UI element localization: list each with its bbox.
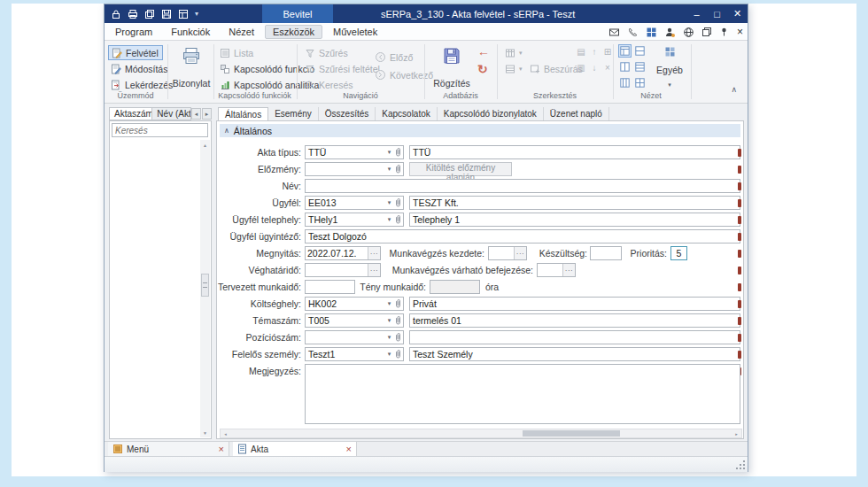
pozicioszam-combo[interactable]: ▾ xyxy=(305,330,404,344)
close-akta-tab-icon[interactable]: × xyxy=(346,444,352,454)
table-style2-button[interactable]: ▾ xyxy=(502,61,525,76)
ugyfel-name-input[interactable] xyxy=(409,196,740,210)
modositas-button[interactable]: Módosítás xyxy=(108,61,165,76)
scroll-up-icon[interactable]: ▲ xyxy=(200,140,210,150)
scroll-right-icon[interactable]: ▸ xyxy=(732,429,741,437)
move-down-icon[interactable]: ↓ xyxy=(588,61,601,74)
tab-scroll-right-icon[interactable]: ▸ xyxy=(202,108,212,120)
ugyfel-combo[interactable]: EE013 ▾ xyxy=(305,196,404,210)
h-scrollbar-thumb[interactable] xyxy=(523,430,620,437)
tab-esemeny[interactable]: Esemény xyxy=(268,107,319,120)
felelos-combo[interactable]: Teszt1 ▾ xyxy=(305,347,404,361)
view-layout1-button[interactable] xyxy=(618,44,632,58)
document-close-icon[interactable]: × xyxy=(737,26,743,38)
munkavegzes-kezdete-date-field[interactable]: ··· xyxy=(488,246,527,260)
mail-icon[interactable] xyxy=(608,27,620,38)
chevron-down-icon[interactable]: ▾ xyxy=(385,149,393,156)
copy-icon[interactable] xyxy=(144,9,155,19)
scroll-down-icon[interactable]: ▼ xyxy=(200,428,210,437)
layout-icon[interactable] xyxy=(178,9,189,19)
egyeb-button[interactable]: Egyéb ▾ xyxy=(654,44,686,90)
akta-tipus-combo[interactable]: TTÜ ▾ xyxy=(305,145,404,159)
szuresi-feltetel-button[interactable]: Szűrési feltétel xyxy=(302,61,383,76)
undo-arrow-icon[interactable]: ← xyxy=(477,44,490,58)
chevron-down-icon[interactable]: ▾ xyxy=(385,216,393,223)
tab-scroll-left-icon[interactable]: ◂ xyxy=(191,108,201,120)
veghatarido-date-field[interactable]: ··· xyxy=(305,263,381,277)
koltseghely-combo[interactable]: HK002 ▾ xyxy=(305,297,404,311)
section-header[interactable]: ∧ Általános xyxy=(220,124,740,137)
akta-list-panel[interactable]: ▲ ▼ xyxy=(109,120,212,439)
date-picker-button[interactable]: ··· xyxy=(368,264,380,276)
bizonylat-button[interactable]: Bizonylat xyxy=(171,44,212,90)
table-rows-icon[interactable]: ▤ xyxy=(575,45,587,58)
elozmeny-combo[interactable]: ▾ xyxy=(305,162,404,176)
menu-funkciok[interactable]: Funkciók xyxy=(163,25,218,39)
paperclip-icon[interactable] xyxy=(393,332,403,343)
felvetel-button[interactable]: Felvétel xyxy=(108,45,163,60)
user-icon[interactable] xyxy=(664,27,676,38)
akta-tipus-name-input[interactable] xyxy=(409,145,740,159)
lista-button[interactable]: Lista xyxy=(217,45,256,60)
tab-aktaszam[interactable]: Aktaszám xyxy=(109,107,152,120)
table-cols-icon[interactable]: ▥ xyxy=(575,61,587,74)
chevron-down-icon[interactable]: ▾ xyxy=(385,300,393,307)
prioritas-input[interactable] xyxy=(670,246,687,260)
chevron-down-icon[interactable]: ▾ xyxy=(385,351,393,358)
delete-row-icon[interactable]: × xyxy=(601,61,614,74)
tab-osszesites[interactable]: Összesítés xyxy=(319,107,376,120)
ugyintezo-input[interactable] xyxy=(305,229,740,244)
titlebar-bevitel-tab[interactable]: Bevitel xyxy=(262,4,333,23)
list-scrollbar[interactable]: ▲ ▼ xyxy=(200,140,210,437)
collapse-ribbon-button[interactable]: ∧ xyxy=(731,85,737,94)
kereses-button[interactable]: Keresés xyxy=(302,77,356,92)
tab-kapcsolodo-bizonylatok[interactable]: Kapcsolódó bizonylatok xyxy=(438,107,544,120)
kovetkezo-button[interactable]: Következő xyxy=(372,67,436,82)
paperclip-icon[interactable] xyxy=(393,214,403,225)
paperclip-icon[interactable] xyxy=(393,197,403,208)
paperclip-icon[interactable] xyxy=(393,315,403,326)
paperclip-icon[interactable] xyxy=(393,349,403,359)
scrollbar-thumb[interactable] xyxy=(201,274,209,297)
view-layout4-button[interactable] xyxy=(633,60,647,73)
tab-kapcsolatok[interactable]: Kapcsolatok xyxy=(376,107,437,120)
felelos-name-input[interactable] xyxy=(409,347,740,361)
tervezett-munkaido-input[interactable] xyxy=(305,280,355,294)
paperclip-icon[interactable] xyxy=(393,147,403,158)
megjegyzes-textarea[interactable] xyxy=(305,364,740,424)
elozo-button[interactable]: Előző xyxy=(372,50,415,65)
refresh-icon[interactable]: ↻ xyxy=(477,62,488,76)
resize-grip[interactable] xyxy=(736,460,745,469)
view-layout2-button[interactable] xyxy=(633,44,647,58)
maximize-button[interactable]: □ xyxy=(707,4,727,23)
date-picker-button[interactable]: ··· xyxy=(562,264,575,276)
lekerdezes-button[interactable]: Lekérdezés xyxy=(108,77,167,92)
view-layout6-button[interactable] xyxy=(633,76,647,89)
chevron-down-icon[interactable]: ▾ xyxy=(385,317,393,324)
close-button[interactable]: ✕ xyxy=(727,4,748,23)
horizontal-scrollbar[interactable]: ◂ ▸ xyxy=(220,429,742,438)
munkavegzes-varhato-date-field[interactable]: ··· xyxy=(537,263,576,277)
chevron-down-icon[interactable]: ▾ xyxy=(385,199,393,206)
close-menu-tab-icon[interactable]: × xyxy=(219,444,224,454)
telephely-combo[interactable]: THely1 ▾ xyxy=(305,213,404,227)
rogzites-button[interactable]: Rögzítés xyxy=(431,44,472,90)
megnyitas-date-field[interactable]: 2022.07.12. ··· xyxy=(305,246,381,260)
collapse-section-icon[interactable]: ∧ xyxy=(224,127,229,135)
tab-uzenet-naplo[interactable]: Üzenet napló xyxy=(544,107,609,120)
move-up-icon[interactable]: ↑ xyxy=(588,45,601,58)
kitoltes-elozmeny-button[interactable]: Kitöltés előzmény alapján xyxy=(409,162,512,176)
chevron-down-icon[interactable]: ▾ xyxy=(385,166,393,173)
search-input[interactable] xyxy=(112,123,208,137)
tab-altalanos[interactable]: Általános xyxy=(218,107,268,120)
print-icon[interactable] xyxy=(128,9,138,19)
date-picker-button[interactable]: ··· xyxy=(514,247,526,259)
lock-icon[interactable] xyxy=(111,9,121,19)
temaszam-combo[interactable]: T005 ▾ xyxy=(305,313,404,328)
paperclip-icon[interactable] xyxy=(393,298,403,309)
telephely-name-input[interactable] xyxy=(409,213,740,227)
qat-caret-icon[interactable]: ▾ xyxy=(195,10,198,18)
pozicioszam-name-input[interactable] xyxy=(409,330,740,344)
nev-input[interactable] xyxy=(305,179,740,193)
scroll-left-icon[interactable]: ◂ xyxy=(221,429,230,437)
